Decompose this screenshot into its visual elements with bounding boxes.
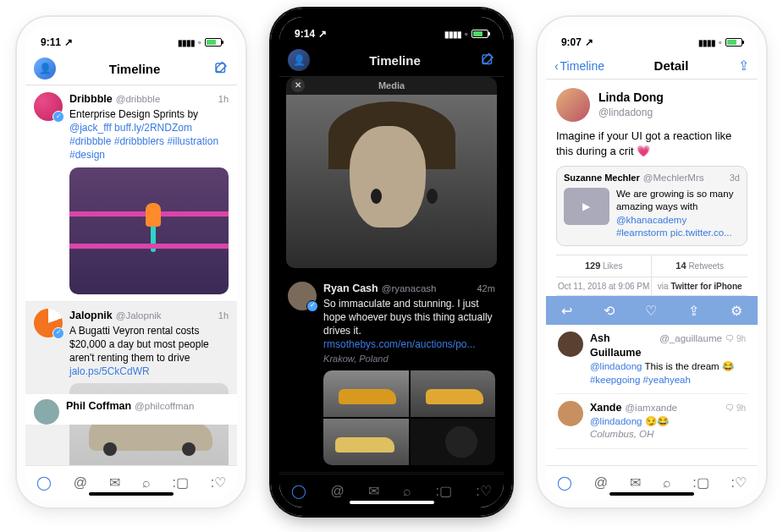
verified-badge-icon: ✓ bbox=[52, 327, 64, 339]
tab-search-icon[interactable]: ⌕ bbox=[403, 484, 411, 499]
tab-search-icon[interactable]: ⌕ bbox=[142, 475, 151, 491]
tab-timeline-icon[interactable]: ◯ bbox=[557, 474, 572, 491]
avatar[interactable] bbox=[558, 401, 583, 426]
user-name[interactable]: Linda Dong bbox=[598, 90, 664, 106]
retweets-stat[interactable]: 14 Retweets bbox=[651, 255, 747, 277]
compose-button[interactable] bbox=[213, 61, 229, 76]
tab-messages-icon[interactable]: ✉ bbox=[109, 474, 120, 491]
tweet[interactable]: ✓ Jalopnik @Jalopnik 1h A Bugatti Veyron… bbox=[25, 302, 237, 465]
tweet-media-grid[interactable] bbox=[323, 370, 495, 465]
share-button[interactable]: ⇪ bbox=[738, 58, 749, 74]
quote-name[interactable]: Suzanne Mechler bbox=[564, 172, 640, 184]
tweet-name[interactable]: Phil Coffman bbox=[66, 399, 131, 414]
media-thumb[interactable] bbox=[323, 419, 408, 465]
likes-stat[interactable]: 129 Likes bbox=[556, 255, 652, 277]
home-indicator[interactable] bbox=[609, 492, 694, 496]
tweet-handle[interactable]: @philcoffman bbox=[135, 400, 194, 414]
timeline-body[interactable]: ✓ Dribbble @dribbble 1h Enterprise Desig… bbox=[25, 85, 237, 465]
tweet-name[interactable]: Ryan Cash bbox=[323, 282, 378, 296]
tab-messages-icon[interactable]: ✉ bbox=[368, 483, 379, 499]
avatar[interactable] bbox=[34, 399, 59, 425]
quote-media-thumb[interactable] bbox=[564, 188, 609, 225]
reply-handle[interactable]: @_aguillaume bbox=[659, 332, 722, 346]
tweet[interactable]: ✓ Dribbble @dribbble 1h Enterprise Desig… bbox=[25, 85, 237, 302]
avatar[interactable]: ✓ bbox=[34, 92, 63, 121]
hashtag[interactable]: #design bbox=[69, 149, 105, 161]
tweet-handle[interactable]: @dribbble bbox=[116, 93, 161, 107]
tab-messages-icon[interactable]: ✉ bbox=[630, 474, 641, 491]
link[interactable]: pic.twitter.co... bbox=[670, 228, 732, 238]
like-button[interactable]: ♡ bbox=[645, 302, 657, 321]
profile-avatar-button[interactable]: 👤 bbox=[34, 58, 56, 80]
quote-time: 3d bbox=[730, 172, 740, 184]
retweet-button[interactable]: ⟲ bbox=[604, 302, 615, 321]
hashtag[interactable]: #keepgoing bbox=[590, 375, 640, 385]
tab-mentions-icon[interactable]: @ bbox=[594, 475, 608, 491]
back-button[interactable]: ‹Timeline bbox=[554, 59, 604, 73]
media-thumb[interactable] bbox=[411, 370, 495, 417]
close-button[interactable]: ✕ bbox=[291, 79, 305, 92]
status-time: 9:11 bbox=[41, 36, 61, 48]
link[interactable]: jalo.ps/5CkCdWR bbox=[69, 365, 150, 377]
media-image[interactable] bbox=[286, 95, 497, 268]
reply-handle[interactable]: @iamxande bbox=[625, 402, 677, 415]
tweet-peek[interactable]: ✓ Steve Troughton-Smith @stroughto... 44… bbox=[279, 473, 504, 474]
tab-likes-icon[interactable]: :♡ bbox=[476, 483, 491, 499]
link[interactable]: rmsothebys.com/en/auctions/po... bbox=[323, 338, 475, 350]
timeline-body[interactable]: ✕ Media ✓ Ryan Cash @ryanacash 42m bbox=[279, 77, 504, 474]
mention[interactable]: @lindadong bbox=[590, 416, 642, 426]
reply[interactable]: Xande @iamxande 🗨9h @lindadong 😏😂 Columb… bbox=[556, 394, 747, 449]
compose-button[interactable] bbox=[480, 52, 495, 68]
tweet[interactable]: ✓ Ryan Cash @ryanacash 42m So immaculate… bbox=[279, 275, 504, 473]
home-indicator[interactable] bbox=[350, 501, 434, 504]
media-lightbox[interactable]: ✕ Media bbox=[286, 77, 497, 268]
reply-text: @lindadong This is the dream 😂 bbox=[590, 360, 746, 374]
hashtag[interactable]: #illustration bbox=[167, 135, 218, 147]
share-button[interactable]: ⇪ bbox=[688, 302, 699, 321]
hashtag[interactable]: #dribbblers bbox=[114, 135, 164, 147]
tweet-handle[interactable]: @Jalopnik bbox=[116, 310, 162, 323]
media-thumb[interactable] bbox=[323, 370, 408, 417]
mention[interactable]: @khanacademy bbox=[616, 215, 687, 225]
home-indicator[interactable] bbox=[89, 492, 174, 496]
avatar[interactable]: ✓ bbox=[288, 282, 317, 310]
reply[interactable]: Ash Guillaume @_aguillaume 🗨9h @lindadon… bbox=[556, 325, 747, 394]
tab-profile-icon[interactable]: :▢ bbox=[172, 474, 188, 491]
hashtag[interactable]: #yeahyeah bbox=[643, 375, 691, 385]
tweet-name[interactable]: Jalopnik bbox=[69, 309, 113, 323]
tab-likes-icon[interactable]: :♡ bbox=[211, 474, 226, 491]
quote-handle[interactable]: @MechlerMrs bbox=[643, 172, 704, 185]
reply-name[interactable]: Xande bbox=[590, 401, 622, 415]
tab-mentions-icon[interactable]: @ bbox=[330, 484, 344, 499]
avatar[interactable]: ✓ bbox=[34, 309, 63, 337]
location-arrow-icon: ↗ bbox=[64, 36, 73, 48]
avatar[interactable] bbox=[556, 88, 590, 122]
tweet-media[interactable] bbox=[69, 167, 229, 294]
reply-button[interactable]: ↩ bbox=[561, 302, 572, 321]
link[interactable]: buff.ly/2RNDZom bbox=[114, 122, 192, 134]
tweet-time: 42m bbox=[477, 282, 495, 295]
tab-profile-icon[interactable]: :▢ bbox=[436, 483, 452, 499]
tab-mentions-icon[interactable]: @ bbox=[74, 475, 87, 491]
tweet-name[interactable]: Dribbble bbox=[69, 92, 113, 107]
tab-timeline-icon[interactable]: ◯ bbox=[291, 483, 306, 499]
reply-name[interactable]: Ash Guillaume bbox=[590, 332, 656, 360]
tab-profile-icon[interactable]: :▢ bbox=[692, 474, 709, 491]
user-handle[interactable]: @lindadong bbox=[598, 106, 664, 119]
tab-likes-icon[interactable]: :♡ bbox=[731, 474, 747, 491]
settings-button[interactable]: ⚙ bbox=[731, 302, 742, 321]
hashtag[interactable]: #learnstorm bbox=[616, 228, 668, 238]
avatar[interactable] bbox=[558, 332, 583, 357]
detail-body[interactable]: Linda Dong @lindadong Imagine if your UI… bbox=[546, 80, 758, 465]
tab-timeline-icon[interactable]: ◯ bbox=[36, 474, 52, 491]
mention[interactable]: @jack_fff bbox=[69, 122, 112, 134]
status-bar: 9:07↗ ▮▮▮▮◦ bbox=[546, 25, 758, 54]
tweet-handle[interactable]: @ryanacash bbox=[382, 282, 437, 296]
media-thumb[interactable] bbox=[411, 419, 495, 465]
mention[interactable]: @lindadong bbox=[590, 361, 642, 371]
quoted-tweet[interactable]: Suzanne Mechler @MechlerMrs 3d We are gr… bbox=[556, 166, 747, 246]
tweet-peek[interactable]: Phil Coffman @philcoffman bbox=[25, 394, 237, 425]
profile-avatar-button[interactable]: 👤 bbox=[288, 49, 310, 71]
tab-search-icon[interactable]: ⌕ bbox=[663, 475, 671, 491]
hashtag[interactable]: #dribbble bbox=[69, 135, 111, 147]
